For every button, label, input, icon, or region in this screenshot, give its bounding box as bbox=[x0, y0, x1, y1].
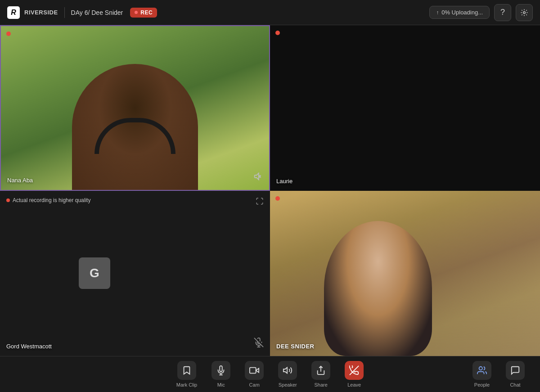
header-right: ↑ 0% Uploading... ? bbox=[429, 4, 533, 21]
camera-icon bbox=[249, 365, 259, 375]
logo-text: RIVERSIDE bbox=[24, 9, 58, 16]
people-icon bbox=[477, 365, 487, 375]
share-icon-box bbox=[311, 361, 330, 380]
cam-button[interactable]: Cam bbox=[238, 357, 270, 391]
cam-icon-box bbox=[245, 361, 264, 380]
speaker-icon bbox=[283, 365, 292, 375]
session-title: DAy 6/ Dee Snider bbox=[71, 9, 123, 16]
quality-notice: Actual recording is higher quality bbox=[6, 197, 90, 203]
cam-label: Cam bbox=[249, 382, 260, 387]
expand-icon[interactable] bbox=[256, 197, 264, 207]
svg-point-12 bbox=[479, 367, 482, 370]
leave-icon-box bbox=[345, 361, 364, 380]
mark-clip-icon-box bbox=[177, 361, 196, 380]
mic-button[interactable]: Mic bbox=[205, 357, 237, 391]
leave-button[interactable]: Leave bbox=[338, 357, 370, 391]
video-cell-gord: Actual recording is higher quality G Gor… bbox=[0, 191, 270, 356]
header: R RIVERSIDE DAy 6/ Dee Snider REC ↑ 0% U… bbox=[0, 0, 540, 25]
mark-clip-label: Mark Clip bbox=[176, 382, 197, 387]
nana-rec-indicator bbox=[6, 32, 11, 36]
help-button[interactable]: ? bbox=[494, 4, 511, 21]
rec-dot bbox=[135, 11, 138, 14]
chat-icon bbox=[510, 365, 520, 375]
header-divider bbox=[64, 7, 65, 18]
settings-button[interactable] bbox=[516, 4, 533, 21]
logo-area: R RIVERSIDE bbox=[7, 6, 58, 19]
rec-badge[interactable]: REC bbox=[130, 8, 157, 18]
mark-clip-button[interactable]: Mark Clip bbox=[170, 357, 203, 391]
svg-marker-9 bbox=[284, 368, 287, 374]
video-cell-dee: DEE SNIDER bbox=[270, 191, 540, 356]
laurie-video-area bbox=[270, 25, 540, 191]
upload-arrow-icon: ↑ bbox=[436, 9, 439, 16]
share-icon bbox=[316, 365, 326, 375]
leave-label: Leave bbox=[347, 382, 361, 387]
share-button[interactable]: Share bbox=[305, 357, 337, 391]
nana-name: Nana Aba bbox=[7, 177, 33, 184]
share-label: Share bbox=[315, 382, 328, 387]
chat-label: Chat bbox=[510, 382, 520, 387]
phone-off-icon bbox=[349, 365, 359, 375]
quality-text: Actual recording is higher quality bbox=[13, 197, 90, 203]
bookmark-icon bbox=[182, 365, 192, 375]
dee-name: DEE SNIDER bbox=[276, 343, 314, 350]
speaker-icon-box bbox=[278, 361, 297, 380]
help-icon: ? bbox=[500, 8, 505, 17]
mic-label: Mic bbox=[217, 382, 225, 387]
gord-avatar: G bbox=[79, 257, 110, 289]
svg-point-0 bbox=[523, 11, 526, 14]
svg-rect-8 bbox=[250, 368, 256, 374]
gord-name: Gord Westmacott bbox=[6, 343, 52, 350]
laurie-rec-indicator bbox=[275, 31, 280, 35]
logo-icon: R bbox=[11, 9, 16, 17]
people-button[interactable]: People bbox=[466, 357, 498, 391]
upload-label: 0% Uploading... bbox=[441, 9, 483, 16]
chat-icon-box bbox=[506, 361, 525, 380]
video-cell-nana: Nana Aba bbox=[0, 25, 270, 191]
people-label: People bbox=[474, 382, 490, 387]
gear-icon bbox=[520, 9, 528, 17]
gord-muted-icon bbox=[254, 338, 264, 350]
upload-button[interactable]: ↑ 0% Uploading... bbox=[429, 6, 490, 19]
people-icon-box bbox=[472, 361, 491, 380]
toolbar: Mark Clip Mic Cam bbox=[0, 356, 540, 392]
chat-button[interactable]: Chat bbox=[500, 357, 531, 391]
laurie-name: Laurie bbox=[276, 178, 292, 185]
dee-rec-indicator bbox=[275, 196, 280, 201]
speaker-button[interactable]: Speaker bbox=[272, 357, 303, 391]
mic-icon-box bbox=[212, 361, 230, 380]
quality-dot bbox=[6, 198, 10, 202]
rec-label: REC bbox=[140, 9, 153, 16]
toolbar-right: People Chat bbox=[466, 357, 531, 391]
speaker-label: Speaker bbox=[279, 382, 297, 387]
nana-audio-icon bbox=[253, 171, 263, 184]
video-cell-laurie: Laurie bbox=[270, 25, 540, 191]
video-grid: Nana Aba Laurie Actual recording is high… bbox=[0, 25, 540, 356]
mic-icon bbox=[216, 365, 226, 375]
logo-box: R bbox=[7, 6, 20, 19]
toolbar-center: Mark Clip Mic Cam bbox=[170, 357, 370, 391]
